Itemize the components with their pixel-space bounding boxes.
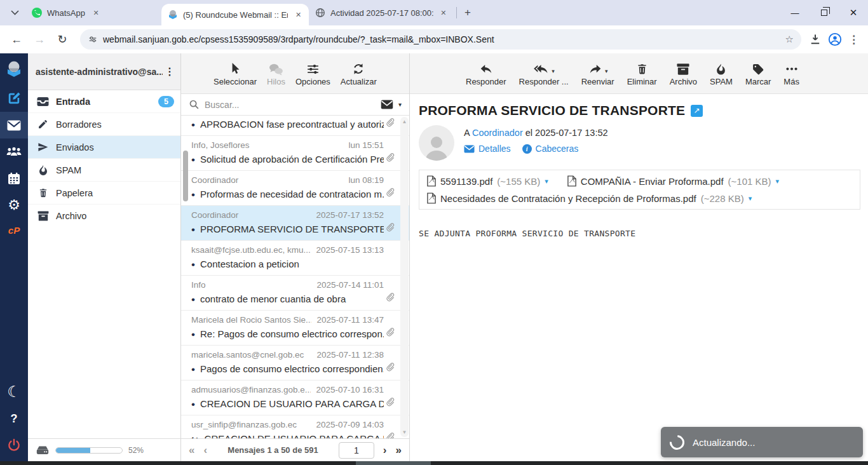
reload-button[interactable]: ↻ [52, 29, 72, 50]
archive-button[interactable]: Archivo [670, 60, 697, 86]
quota-percent: 52% [128, 446, 144, 455]
select-button[interactable]: Seleccionar [214, 60, 257, 86]
message-pane: Responder ▾ Responder ... ▾ Reenviar Eli… [410, 53, 868, 461]
mark-button[interactable]: Marcar [745, 60, 771, 86]
scrollbar-thumb[interactable] [183, 151, 188, 201]
folder-item-spam[interactable]: SPAM [28, 159, 180, 182]
tab-whatsapp[interactable]: WhatsApp ✕ [25, 0, 161, 25]
attachment-item[interactable]: Necesidades de Contratación y Recepción … [427, 192, 752, 204]
url-text[interactable]: webmail.sanjuan.gob.ec/cpsess1535909589/… [103, 34, 780, 44]
rail-mail-button[interactable] [0, 112, 28, 138]
new-tab-button[interactable]: + [459, 4, 476, 21]
message-row[interactable]: ksaait@fcjse.utb.edu.ec, kmu...2025-07-1… [181, 241, 409, 276]
folder-item-enviados[interactable]: Enviados [28, 136, 180, 159]
tab-search-button[interactable] [4, 4, 25, 22]
refresh-button[interactable]: Actualizar [341, 60, 377, 86]
folder-item-papelera[interactable]: Papelera [28, 182, 180, 205]
tab-close-icon[interactable]: ✕ [90, 7, 102, 18]
flame-icon [715, 63, 726, 76]
rail-cpanel-button[interactable]: cP [0, 219, 28, 241]
attachment-item[interactable]: 5591139.pdf (~155 KB) ▾ [427, 175, 548, 187]
minimize-button[interactable]: — [780, 0, 810, 25]
envelope-icon [464, 145, 475, 153]
pdf-file-icon [427, 192, 436, 204]
message-row[interactable]: Info2025-07-14 11:01 •contrato de menor … [181, 276, 409, 311]
search-input[interactable] [205, 100, 376, 110]
spam-button[interactable]: SPAM [710, 60, 733, 86]
details-link[interactable]: Detalles [464, 144, 511, 154]
headers-link[interactable]: i Cabeceras [522, 144, 579, 154]
attachment-item[interactable]: COMPAÑIA - Enviar Proforma.pdf (~101 KB)… [567, 175, 779, 187]
message-row[interactable]: admusuarios@finanzas.gob.e...2025-07-10 … [181, 381, 409, 415]
message-row[interactable]: usr_sinfip@finanzas.gob.ec2025-07-09 14:… [181, 415, 409, 438]
pdf-file-icon [427, 175, 436, 187]
forward-caret-icon[interactable]: ▾ [605, 68, 608, 76]
reply-all-button[interactable]: ▾ Responder ... [519, 60, 569, 86]
rail-help-button[interactable]: ? [0, 405, 28, 432]
tab-actividad[interactable]: Actividad 2025-07-17 08:00:00 ✕ [309, 0, 454, 25]
restore-button[interactable] [810, 0, 839, 25]
tab-close-icon[interactable]: ✕ [438, 7, 449, 18]
bookmark-star-icon[interactable]: ☆ [785, 34, 794, 45]
page-number-input[interactable] [339, 442, 374, 459]
list-scrollbar[interactable]: ▲ ▼ [400, 117, 409, 437]
message-row[interactable]: •APROBACION fase precontractual y autori… [181, 116, 409, 136]
folder-item-borradores[interactable]: Borradores [28, 113, 180, 136]
forward-button[interactable]: → [29, 29, 50, 50]
open-in-new-window-icon[interactable]: ↗ [691, 105, 703, 117]
attachment-menu-caret-icon[interactable]: ▾ [749, 194, 752, 203]
attachment-menu-caret-icon[interactable]: ▾ [776, 177, 780, 185]
window-controls: — ✕ [780, 0, 868, 25]
unread-dot-icon: • [191, 119, 195, 130]
scroll-down-icon[interactable]: ▼ [402, 429, 407, 435]
prev-page-button[interactable]: ‹ [203, 445, 207, 455]
back-button[interactable]: ← [6, 29, 27, 50]
rail-calendar-button[interactable] [0, 165, 28, 192]
folder-item-entrada[interactable]: Entrada 5 [28, 90, 180, 113]
folder-item-archivo[interactable]: Archivo [28, 205, 180, 227]
first-page-button[interactable]: « [189, 445, 194, 455]
search-options-caret-icon[interactable]: ▾ [398, 101, 402, 108]
close-window-button[interactable]: ✕ [839, 0, 868, 25]
message-toolbar: Responder ▾ Responder ... ▾ Reenviar Eli… [410, 53, 868, 94]
rail-settings-button[interactable]: ⚙ [0, 192, 28, 219]
message-row-selected[interactable]: Coordinador2025-07-17 13:52 •PROFORMA SE… [181, 206, 409, 241]
unread-dot-icon: • [191, 154, 195, 165]
site-settings-icon[interactable] [88, 34, 98, 44]
forward-button[interactable]: ▾ Reenviar [581, 60, 614, 86]
reply-all-icon [532, 62, 550, 76]
reply-all-caret-icon[interactable]: ▾ [552, 68, 555, 76]
account-row[interactable]: asistente-administrativo@sa... ⋮ [28, 53, 180, 90]
delete-button[interactable]: Eliminar [627, 60, 657, 86]
rail-compose-button[interactable] [0, 85, 28, 112]
tab-roundcube-active[interactable]: (5) Roundcube Webmail :: Envia ✕ [161, 4, 309, 25]
message-row[interactable]: Info, Josefloreslun 15:51 •Solicitud de … [181, 136, 409, 171]
account-menu-kebab-icon[interactable]: ⋮ [163, 65, 177, 78]
threads-button[interactable]: Hilos [267, 60, 285, 86]
rail-logout-button[interactable] [0, 432, 28, 459]
search-scope-mail-icon[interactable] [381, 100, 393, 109]
more-button[interactable]: Más [783, 60, 799, 86]
rail-contacts-button[interactable] [0, 138, 28, 165]
message-row[interactable]: Maricela del Rocio Santos Sie...2025-07-… [181, 311, 409, 346]
scroll-up-icon[interactable]: ▲ [402, 119, 407, 125]
whatsapp-icon [32, 8, 42, 18]
rail-darkmode-button[interactable]: ☾ [0, 379, 28, 405]
next-page-button[interactable]: › [383, 445, 387, 455]
avatar [419, 125, 454, 161]
last-page-button[interactable]: » [396, 445, 402, 455]
profile-avatar-icon[interactable] [828, 32, 842, 46]
browser-menu-kebab-icon[interactable]: ⋮ [848, 33, 859, 46]
tab-close-icon[interactable]: ✕ [293, 9, 304, 20]
restore-icon [821, 10, 827, 16]
message-row[interactable]: maricela.santos@cnel.gob.ec2025-07-11 12… [181, 346, 409, 381]
downloads-icon[interactable] [809, 33, 822, 46]
message-row[interactable]: Coordinadorlun 08:19 •Proformas de neces… [181, 171, 409, 206]
options-button[interactable]: Opciones [295, 60, 330, 86]
recipient-link[interactable]: Coordinador [472, 128, 523, 138]
calendar-icon [8, 172, 20, 185]
subject-row: PROFORMA SERVICIO DE TRANSPORTE ↗ [419, 103, 860, 118]
address-bar[interactable]: webmail.sanjuan.gob.ec/cpsess1535909589/… [80, 29, 801, 50]
reply-button[interactable]: Responder [466, 60, 506, 86]
attachment-menu-caret-icon[interactable]: ▾ [545, 177, 548, 185]
